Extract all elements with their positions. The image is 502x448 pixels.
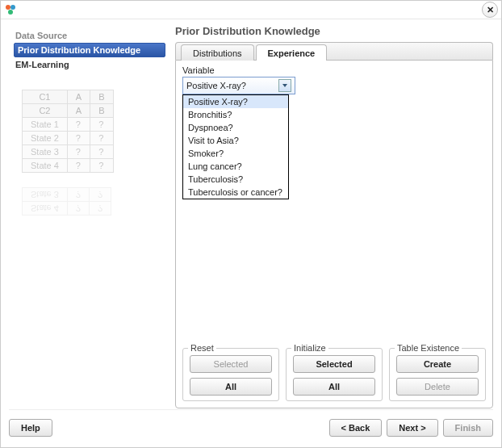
group-existence-legend: Table Existence: [395, 343, 462, 353]
svg-point-2: [8, 10, 13, 15]
group-reset: Reset Selected All: [182, 348, 279, 401]
svg-point-0: [6, 5, 10, 10]
step-prior-distribution[interactable]: Prior Distribution Knowledge: [14, 43, 165, 57]
tabbar: Distributions Experience: [175, 42, 493, 60]
titlebar: ✕: [1, 1, 501, 19]
group-initialize: Initialize Selected All: [286, 348, 383, 401]
group-table-existence: Table Existence Create Delete: [389, 348, 486, 401]
finish-button[interactable]: Finish: [443, 419, 493, 437]
next-button[interactable]: Next >: [387, 419, 437, 437]
tab-body-experience: Variable Positive X-ray? Positive X-ray?…: [175, 60, 493, 408]
variable-label: Variable: [182, 65, 486, 75]
page-title: Prior Distribution Knowledge: [175, 25, 493, 37]
chevron-down-icon: [278, 79, 291, 92]
variable-option[interactable]: Tuberculosis?: [183, 173, 288, 186]
create-table-button[interactable]: Create: [396, 355, 479, 373]
sidebar-illustration: C1AB C2AB State 1?? State 2?? State 3?? …: [14, 90, 167, 275]
tab-experience[interactable]: Experience: [256, 44, 328, 61]
step-data-source[interactable]: Data Source: [14, 28, 165, 43]
svg-point-1: [10, 5, 15, 10]
initialize-selected-button[interactable]: Selected: [293, 355, 375, 373]
variable-option[interactable]: Dyspnoea?: [183, 121, 288, 134]
variable-option[interactable]: Lung cancer?: [183, 160, 288, 173]
help-button[interactable]: Help: [9, 419, 52, 437]
wizard-footer: Help < Back Next > Finish: [9, 409, 493, 441]
variable-select[interactable]: Positive X-ray?: [182, 77, 295, 94]
close-button[interactable]: ✕: [482, 2, 498, 18]
step-em-learning[interactable]: EM-Learning: [14, 57, 165, 72]
wizard-steps-sidebar: Data Source Prior Distribution Knowledge…: [9, 25, 170, 408]
variable-option[interactable]: Visit to Asia?: [183, 134, 288, 147]
group-initialize-legend: Initialize: [291, 343, 328, 353]
variable-option[interactable]: Bronchitis?: [183, 108, 288, 121]
back-button[interactable]: < Back: [329, 419, 383, 437]
variable-dropdown[interactable]: Positive X-ray? Bronchitis? Dyspnoea? Vi…: [182, 94, 289, 199]
reset-selected-button[interactable]: Selected: [190, 355, 272, 373]
reset-all-button[interactable]: All: [190, 378, 272, 396]
initialize-all-button[interactable]: All: [293, 378, 375, 396]
group-reset-legend: Reset: [188, 343, 216, 353]
app-icon: [4, 3, 17, 16]
variable-option[interactable]: Tuberculosis or cancer?: [183, 186, 288, 199]
variable-option[interactable]: Positive X-ray?: [183, 95, 288, 108]
tab-distributions[interactable]: Distributions: [181, 44, 254, 61]
variable-option[interactable]: Smoker?: [183, 147, 288, 160]
delete-table-button[interactable]: Delete: [396, 378, 479, 396]
variable-select-value: Positive X-ray?: [186, 81, 246, 90]
wizard-window: ✕ Data Source Prior Distribution Knowled…: [0, 0, 502, 448]
